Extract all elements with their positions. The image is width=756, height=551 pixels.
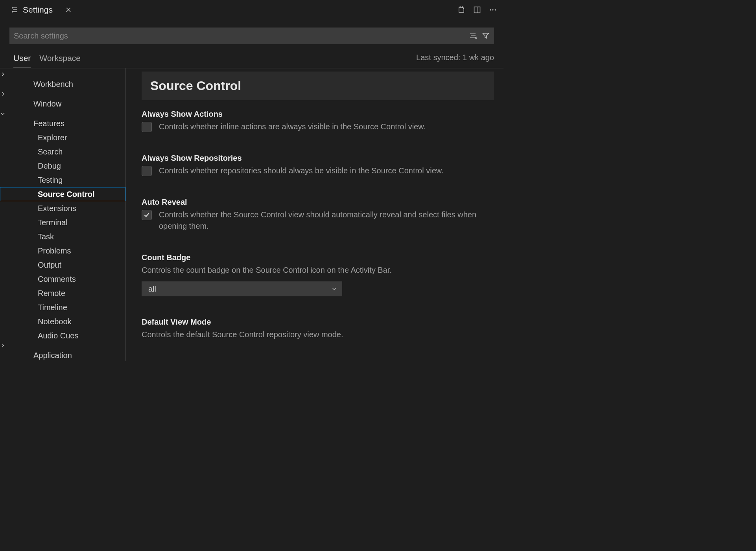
tree-item-label: Remote [38,289,65,298]
title-actions [457,6,500,14]
tab-group: Settings [4,0,79,20]
tree-item-window[interactable]: Window [0,97,125,111]
tree-item-task[interactable]: Task [0,230,125,244]
tree-item-label: Application [33,351,72,360]
tree-item-testing[interactable]: Testing [0,173,125,187]
checkbox[interactable] [142,166,152,176]
settings-tree: WorkbenchWindowFeaturesExplorerSearchDeb… [0,68,126,361]
section-title: Source Control [150,79,485,93]
tree-item-label: Comments [38,275,76,284]
setting-desc: Controls the default Source Control repo… [142,329,494,340]
tree-item-label: Workbench [33,80,73,89]
setting-title: Auto Reveal [142,198,494,207]
tree-item-terminal[interactable]: Terminal [0,215,125,230]
svg-point-11 [495,9,496,10]
chevron-right-icon [0,91,125,97]
tree-item-problems[interactable]: Problems [0,244,125,258]
setting-count-badge: Count BadgeControls the count badge on t… [142,253,494,296]
sync-status: Last synced: 1 wk ago [416,53,494,66]
setting-desc: Controls whether inline actions are alwa… [159,121,426,132]
tree-item-workbench[interactable]: Workbench [0,77,125,91]
settings-list-icon [10,6,19,14]
tree-item-explorer[interactable]: Explorer [0,130,125,145]
setting-desc: Controls the count badge on the Source C… [142,264,494,276]
settings-content: Source Control Always Show ActionsContro… [126,68,503,361]
chevron-right-icon [0,72,125,77]
tree-item-label: Search [38,147,63,156]
tree-item-audio-cues[interactable]: Audio Cues [0,329,125,343]
scope-row: User Workspace Last synced: 1 wk ago [0,49,503,68]
setting-always-show-repositories: Always Show RepositoriesControls whether… [142,154,494,176]
tree-item-label: Source Control [38,190,94,199]
filter-icon[interactable] [482,32,490,40]
tree-item-label: Audio Cues [38,331,78,340]
split-editor-icon[interactable] [473,6,481,14]
tree-item-source-control[interactable]: Source Control [0,187,125,201]
scope-tab-user[interactable]: User [13,51,31,68]
tree-item-features[interactable]: Features [0,116,125,130]
checkbox[interactable] [142,122,152,132]
more-icon[interactable] [489,6,497,14]
tree-item-label: Terminal [38,218,68,227]
search-input-wrap [9,28,494,44]
setting-title: Count Badge [142,253,494,262]
svg-point-9 [490,9,491,10]
tree-item-debug[interactable]: Debug [0,159,125,173]
tree-item-label: Extensions [38,204,76,213]
tree-item-label: Timeline [38,303,67,312]
tree-item-extensions[interactable]: Extensions [0,201,125,215]
tree-item-label: Task [38,232,54,241]
chevron-down-icon [0,111,125,116]
setting-title: Always Show Repositories [142,154,494,163]
tree-item-timeline[interactable]: Timeline [0,300,125,314]
chevron-down-icon [332,286,337,292]
setting-title: Always Show Actions [142,110,494,119]
tree-item-remote[interactable]: Remote [0,286,125,300]
tab-label: Settings [23,5,53,15]
setting-desc: Controls whether repositories should alw… [159,165,444,176]
tree-item-label: Notebook [38,317,72,326]
tree-item-label: Problems [38,246,71,255]
tree-item-label: Explorer [38,133,67,142]
tree-item-search[interactable]: Search [0,145,125,159]
tree-item-label: Features [33,119,65,128]
setting-title: Default View Mode [142,318,494,327]
tree-item-output[interactable]: Output [0,258,125,272]
select-count-badge[interactable]: all [142,281,342,296]
section-header: Source Control [142,72,494,100]
search-input[interactable] [14,31,469,40]
tree-item-comments[interactable]: Comments [0,272,125,286]
setting-auto-reveal: Auto RevealControls whether the Source C… [142,198,494,232]
tree-item-application[interactable]: Application [0,348,125,361]
tab-settings[interactable]: Settings [4,0,79,20]
clear-search-icon[interactable] [469,32,477,40]
search-row [0,20,503,49]
svg-point-10 [492,9,493,10]
setting-desc: Controls whether the Source Control view… [159,209,494,232]
chevron-right-icon [0,343,125,348]
titlebar: Settings [0,0,503,20]
open-changes-icon[interactable] [457,6,466,14]
select-value: all [148,285,156,294]
checkbox[interactable] [142,210,152,220]
tree-item-label: Window [33,99,61,108]
tree-item-label: Testing [38,176,63,185]
setting-always-show-actions: Always Show ActionsControls whether inli… [142,110,494,132]
tree-item-label: Debug [38,162,61,171]
scope-tab-workspace[interactable]: Workspace [39,51,81,68]
setting-default-view-mode: Default View ModeControls the default So… [142,318,494,340]
close-icon[interactable] [65,6,72,14]
tree-item-notebook[interactable]: Notebook [0,314,125,329]
tree-item-label: Output [38,261,61,270]
